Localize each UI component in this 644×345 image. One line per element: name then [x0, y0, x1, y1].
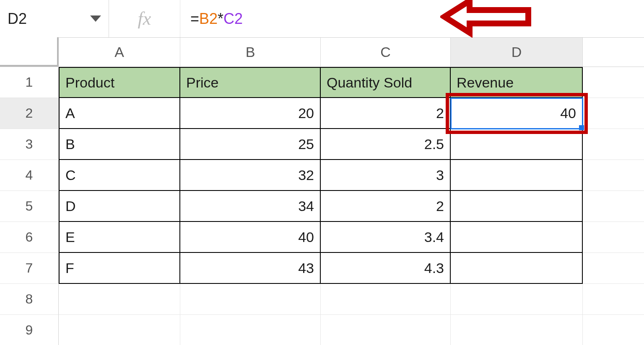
row-header-7[interactable]: 7 [0, 253, 59, 284]
cell-E8[interactable] [583, 284, 644, 315]
cell-D3[interactable] [451, 129, 583, 160]
row-8: 8 [0, 284, 644, 315]
cell-C1[interactable]: Quantity Sold [321, 67, 451, 98]
cell-D4[interactable] [451, 160, 583, 191]
row-6: 6 E 40 3.4 [0, 222, 644, 253]
cell-A7[interactable]: F [59, 253, 180, 284]
spreadsheet-grid: A B C D 1 Product Price Quantity Sold Re… [0, 38, 644, 345]
cell-B9[interactable] [180, 315, 321, 345]
cell-C5[interactable]: 2 [321, 191, 451, 222]
cell-D9[interactable] [451, 315, 583, 345]
cell-B3[interactable]: 25 [180, 129, 321, 160]
row-header-1[interactable]: 1 [0, 67, 59, 98]
annotation-arrow-icon [440, 0, 532, 41]
cell-D6[interactable] [451, 222, 583, 253]
formula-op: * [218, 10, 223, 28]
svg-marker-0 [90, 15, 101, 22]
row-header-8[interactable]: 8 [0, 284, 59, 315]
row-header-2[interactable]: 2 [0, 98, 59, 129]
cell-E4[interactable] [583, 160, 644, 191]
row-header-5[interactable]: 5 [0, 191, 59, 222]
col-header-C[interactable]: C [321, 38, 451, 67]
row-3: 3 B 25 2.5 [0, 129, 644, 160]
col-header-empty [583, 38, 644, 67]
name-box-value: D2 [8, 10, 27, 28]
name-box-dropdown-icon[interactable] [90, 15, 101, 22]
cell-A1[interactable]: Product [59, 67, 180, 98]
row-2: 2 A 20 2 40 [0, 98, 644, 129]
cell-E7[interactable] [583, 253, 644, 284]
formula-ref1: B2 [199, 10, 218, 28]
formula-input[interactable]: = B2 * C2 [180, 0, 644, 37]
cell-C4[interactable]: 3 [321, 160, 451, 191]
cell-E2[interactable] [583, 98, 644, 129]
cell-B4[interactable]: 32 [180, 160, 321, 191]
svg-marker-1 [444, 1, 528, 33]
cell-D1[interactable]: Revenue [451, 67, 583, 98]
cell-C9[interactable] [321, 315, 451, 345]
cell-D8[interactable] [451, 284, 583, 315]
cell-C6[interactable]: 3.4 [321, 222, 451, 253]
row-9: 9 [0, 315, 644, 345]
fx-label: fx [138, 8, 151, 29]
row-4: 4 C 32 3 [0, 160, 644, 191]
cell-C8[interactable] [321, 284, 451, 315]
col-header-D[interactable]: D [451, 38, 583, 67]
row-1: 1 Product Price Quantity Sold Revenue [0, 67, 644, 98]
cell-C7[interactable]: 4.3 [321, 253, 451, 284]
cell-D5[interactable] [451, 191, 583, 222]
cell-B2[interactable]: 20 [180, 98, 321, 129]
cell-A8[interactable] [59, 284, 180, 315]
name-box[interactable]: D2 [0, 0, 109, 37]
cell-A4[interactable]: C [59, 160, 180, 191]
row-7: 7 F 43 4.3 [0, 253, 644, 284]
row-header-4[interactable]: 4 [0, 160, 59, 191]
row-header-6[interactable]: 6 [0, 222, 59, 253]
row-header-3[interactable]: 3 [0, 129, 59, 160]
cell-A6[interactable]: E [59, 222, 180, 253]
cell-B6[interactable]: 40 [180, 222, 321, 253]
cell-E6[interactable] [583, 222, 644, 253]
cell-A3[interactable]: B [59, 129, 180, 160]
fx-icon[interactable]: fx [109, 0, 180, 37]
cell-E5[interactable] [583, 191, 644, 222]
cell-C2[interactable]: 2 [321, 98, 451, 129]
cell-B7[interactable]: 43 [180, 253, 321, 284]
formula-ref2: C2 [223, 10, 243, 28]
cell-A2[interactable]: A [59, 98, 180, 129]
col-header-B[interactable]: B [180, 38, 321, 67]
column-headers: A B C D [0, 38, 644, 67]
formula-eq: = [190, 10, 199, 28]
cell-B8[interactable] [180, 284, 321, 315]
cell-C3[interactable]: 2.5 [321, 129, 451, 160]
cell-A9[interactable] [59, 315, 180, 345]
col-header-A[interactable]: A [59, 38, 180, 67]
cell-D2[interactable]: 40 [451, 98, 583, 129]
cell-E9[interactable] [583, 315, 644, 345]
row-header-9[interactable]: 9 [0, 315, 59, 345]
formula-bar: D2 fx = B2 * C2 [0, 0, 644, 38]
cell-B5[interactable]: 34 [180, 191, 321, 222]
cell-A5[interactable]: D [59, 191, 180, 222]
row-5: 5 D 34 2 [0, 191, 644, 222]
cell-B1[interactable]: Price [180, 67, 321, 98]
select-all-corner[interactable] [0, 37, 59, 67]
cell-E3[interactable] [583, 129, 644, 160]
cell-E1[interactable] [583, 67, 644, 98]
cell-D7[interactable] [451, 253, 583, 284]
